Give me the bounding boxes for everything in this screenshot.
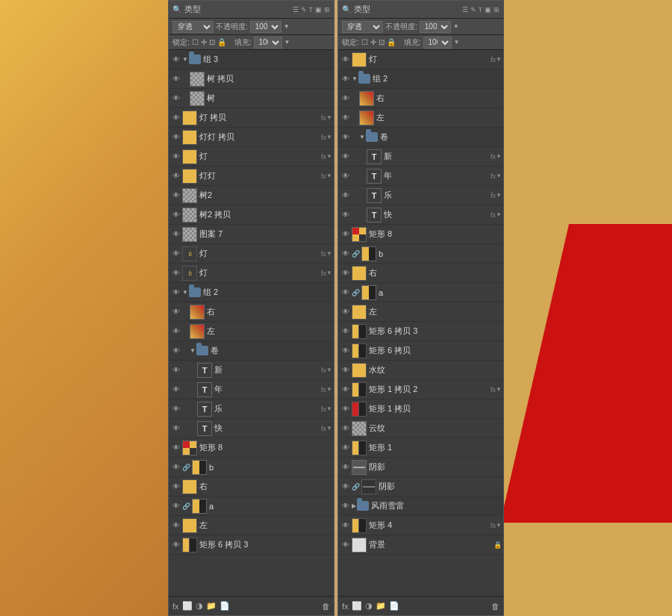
chevron-opacity-right[interactable]: ▼	[453, 23, 459, 30]
add-adjustment-button-left[interactable]: ◑	[196, 601, 203, 611]
layer-row[interactable]: 👁矩形 1	[338, 438, 503, 458]
delete-layer-button-right[interactable]: 🗑	[491, 602, 500, 611]
visibility-icon[interactable]: 👁	[170, 520, 182, 532]
lock-icon-right[interactable]: ☐	[361, 38, 368, 46]
visibility-icon[interactable]: 👁	[170, 151, 182, 163]
visibility-icon[interactable]: 👁	[340, 54, 352, 66]
visibility-icon[interactable]: 👁	[170, 326, 182, 337]
blend-mode-select-right[interactable]: 穿透	[342, 21, 383, 33]
layer-row[interactable]: 👁矩形 6 拷贝 3	[169, 535, 334, 555]
visibility-icon[interactable]: 👁	[170, 364, 182, 376]
group-expand-icon[interactable]: ▶	[352, 503, 356, 509]
blend-mode-select-left[interactable]: 穿透	[172, 21, 214, 33]
visibility-icon[interactable]: 👁	[170, 228, 182, 240]
header-icon-3[interactable]: T	[309, 6, 314, 13]
visibility-icon[interactable]: 👁	[340, 73, 352, 85]
header-icon-5[interactable]: ⊞	[324, 6, 330, 13]
opacity-value-right[interactable]: 100%	[420, 21, 451, 33]
layer-row[interactable]: 👁▶风雨雪雷	[338, 497, 503, 516]
group-expand-icon[interactable]: ▼	[352, 75, 358, 82]
layer-row[interactable]: 👁T年fx▼	[169, 380, 334, 399]
new-group-button-left[interactable]: 📁	[206, 601, 217, 611]
visibility-icon[interactable]: 👁	[340, 112, 352, 124]
layer-row[interactable]: 👁水纹	[338, 361, 503, 380]
visibility-icon[interactable]: 👁	[170, 190, 182, 202]
layer-row[interactable]: 👁T新fx▼	[338, 147, 503, 167]
chevron-opacity-left[interactable]: ▼	[284, 23, 290, 30]
chevron-fx[interactable]: ▼	[496, 211, 502, 218]
layer-row[interactable]: 👁T快fx▼	[338, 205, 503, 225]
visibility-icon[interactable]: 👁	[340, 131, 352, 143]
chevron-fx[interactable]: ▼	[496, 172, 502, 179]
chevron-fx[interactable]: ▼	[326, 114, 332, 121]
visibility-icon[interactable]: 👁	[340, 500, 352, 512]
layer-row[interactable]: 👁背景🔒	[338, 535, 503, 555]
layer-row[interactable]: 👁灯fx▼	[338, 50, 503, 69]
layer-row[interactable]: 👁矩形 8	[338, 225, 503, 244]
layer-row[interactable]: 👁🔗a	[169, 497, 334, 516]
lock-all-icon-right[interactable]: 🔒	[387, 38, 396, 46]
layer-row[interactable]: 👁T快fx▼	[169, 419, 334, 438]
layer-row[interactable]: 👁🕯灯fx▼	[169, 244, 334, 264]
layer-row[interactable]: 👁▼组 2	[338, 69, 503, 89]
visibility-icon[interactable]: 👁	[340, 287, 352, 299]
visibility-icon[interactable]: 👁	[170, 345, 182, 357]
layer-row[interactable]: 👁🔗b	[169, 458, 334, 477]
visibility-icon[interactable]: 👁	[340, 423, 352, 435]
layer-row[interactable]: 👁灯灯 拷贝fx▼	[169, 128, 334, 147]
visibility-icon[interactable]: 👁	[340, 93, 352, 105]
layer-row[interactable]: 👁矩形 6 拷贝	[338, 341, 503, 361]
opacity-value-left[interactable]: 100%	[250, 21, 281, 33]
layer-row[interactable]: 👁图案 7	[169, 225, 334, 244]
visibility-icon[interactable]: 👁	[340, 267, 352, 279]
layer-row[interactable]: 👁▼卷	[338, 128, 503, 147]
new-group-button-right[interactable]: 📁	[376, 601, 386, 611]
layer-row[interactable]: 👁T乐fx▼	[338, 186, 503, 205]
layer-row[interactable]: 👁右	[169, 302, 334, 322]
transform-icon-left[interactable]: ⊡	[209, 38, 215, 46]
visibility-icon[interactable]: 👁	[340, 539, 352, 551]
delete-layer-button-left[interactable]: 🗑	[322, 602, 330, 611]
layer-row[interactable]: 👁T新fx▼	[169, 361, 334, 380]
visibility-icon[interactable]: 👁	[170, 461, 182, 473]
visibility-icon[interactable]: 👁	[170, 248, 182, 260]
chevron-fill-left[interactable]: ▼	[284, 39, 290, 46]
group-expand-icon[interactable]: ▼	[182, 56, 188, 63]
layer-row[interactable]: 👁▼组 2	[169, 283, 334, 302]
layer-row[interactable]: 👁🔗a	[338, 283, 503, 302]
lock-icon-left[interactable]: ☐	[192, 38, 199, 46]
visibility-icon[interactable]: 👁	[340, 345, 352, 357]
layer-row[interactable]: 👁矩形 8	[169, 438, 334, 458]
chevron-fx[interactable]: ▼	[326, 386, 332, 393]
layer-row[interactable]: 👁左	[169, 322, 334, 341]
group-expand-icon[interactable]: ▼	[359, 134, 365, 140]
chevron-fx[interactable]: ▼	[496, 192, 502, 199]
header-icon-r1[interactable]: ☰	[462, 6, 468, 13]
move-icon-right[interactable]: ✛	[370, 38, 376, 46]
chevron-fx[interactable]: ▼	[496, 522, 502, 529]
visibility-icon[interactable]: 👁	[340, 326, 352, 337]
visibility-icon[interactable]: 👁	[170, 131, 182, 143]
move-icon-left[interactable]: ✛	[201, 38, 207, 46]
visibility-icon[interactable]: 👁	[170, 481, 182, 493]
chevron-fx[interactable]: ▼	[326, 134, 332, 140]
visibility-icon[interactable]: 👁	[340, 248, 352, 260]
layer-row[interactable]: 👁树2	[169, 186, 334, 205]
visibility-icon[interactable]: 👁	[170, 403, 182, 415]
visibility-icon[interactable]: 👁	[170, 423, 182, 435]
chevron-fx[interactable]: ▼	[326, 250, 332, 257]
fill-value-left[interactable]: 100%	[254, 37, 282, 49]
visibility-icon[interactable]: 👁	[170, 267, 182, 279]
layer-row[interactable]: 👁T年fx▼	[338, 167, 503, 186]
visibility-icon[interactable]: 👁	[340, 228, 352, 240]
visibility-icon[interactable]: 👁	[170, 73, 182, 85]
header-icon-r4[interactable]: ▣	[485, 6, 491, 13]
layer-row[interactable]: 👁▼卷	[169, 341, 334, 361]
layer-row[interactable]: 👁阴影	[338, 458, 503, 477]
layer-row[interactable]: 👁🔗阴影	[338, 477, 503, 497]
visibility-icon[interactable]: 👁	[170, 500, 182, 512]
add-mask-button-right[interactable]: ⬜	[352, 601, 362, 611]
chevron-fx[interactable]: ▼	[496, 153, 502, 160]
lock-all-icon-left[interactable]: 🔒	[217, 38, 226, 46]
chevron-fx[interactable]: ▼	[326, 425, 332, 432]
